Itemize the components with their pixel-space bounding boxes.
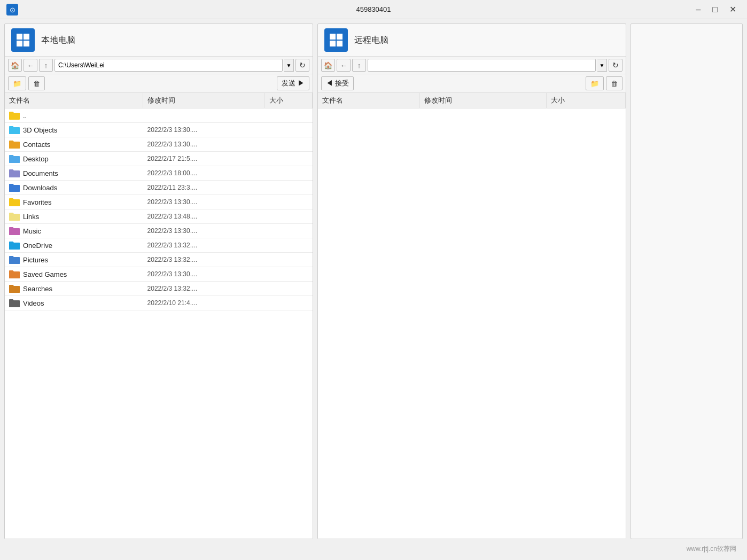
file-modified-cell: 2022/2/3 13:30.... [143, 224, 265, 238]
remote-new-folder-button[interactable]: 📁 [586, 76, 604, 90]
remote-col-modified: 修改时间 [420, 93, 547, 108]
file-size-cell [264, 152, 312, 166]
table-row[interactable]: Downloads 2022/2/11 23:3.... [5, 181, 313, 195]
local-path-input[interactable] [55, 59, 283, 72]
folder-icon [9, 255, 20, 265]
svg-rect-4 [17, 41, 22, 46]
table-row[interactable]: Documents 2022/2/3 18:00.... [5, 166, 313, 181]
svg-rect-7 [337, 34, 343, 40]
remote-path-input[interactable] [368, 59, 596, 72]
table-row[interactable]: Saved Games 2022/2/3 13:30.... [5, 267, 313, 282]
table-row[interactable]: Favorites 2022/2/3 13:30.... [5, 195, 313, 209]
local-path-dropdown[interactable]: ▼ [284, 59, 294, 72]
file-name-cell: Documents [5, 166, 143, 181]
svg-rect-5 [24, 41, 29, 46]
folder-icon [9, 139, 20, 149]
remote-up-button[interactable]: ↑ [352, 59, 366, 72]
table-row[interactable]: 3D Objects 2022/2/3 13:30.... [5, 123, 313, 137]
table-row[interactable]: Links 2022/2/3 13:48.... [5, 209, 313, 224]
file-name: Links [23, 213, 39, 221]
local-windows-icon [11, 28, 35, 52]
file-name-cell: OneDrive [5, 238, 143, 253]
table-row[interactable]: Pictures 2022/2/3 13:32.... [5, 253, 313, 267]
file-size-cell [264, 137, 312, 152]
minimize-button[interactable]: – [691, 4, 705, 15]
file-modified-cell: 2022/2/11 23:3.... [143, 181, 265, 195]
folder-icon [9, 111, 20, 120]
local-panel: 本地电脑 🏠 ← ↑ ▼ ↻ 📁 🗑 发送 ▶ [4, 24, 313, 539]
file-name: Pictures [23, 256, 48, 264]
local-action-bar: 📁 🗑 发送 ▶ [5, 74, 313, 93]
svg-text:⊙: ⊙ [10, 6, 15, 14]
folder-icon [9, 212, 20, 221]
remote-home-button[interactable]: 🏠 [321, 59, 335, 72]
file-name-cell: Favorites [5, 195, 143, 209]
local-col-size: 大小 [264, 93, 312, 108]
remote-col-name: 文件名 [318, 93, 420, 108]
file-name: Documents [23, 169, 58, 177]
remote-delete-button[interactable]: 🗑 [606, 76, 622, 90]
file-size-cell [264, 181, 312, 195]
local-new-folder-button[interactable]: 📁 [8, 76, 26, 90]
file-name: Contacts [23, 141, 50, 149]
folder-icon [9, 269, 20, 279]
file-name-cell: Desktop [5, 152, 143, 166]
table-row[interactable]: Contacts 2022/2/3 13:30.... [5, 137, 313, 152]
remote-file-table: 文件名 修改时间 大小 [318, 93, 626, 539]
table-row[interactable]: Searches 2022/2/3 13:32.... [5, 282, 313, 296]
file-size-cell [264, 296, 312, 310]
folder-icon [9, 125, 20, 135]
remote-refresh-button[interactable]: ↻ [609, 59, 622, 72]
remote-back-button[interactable]: ← [337, 59, 351, 72]
local-delete-button[interactable]: 🗑 [28, 76, 45, 90]
file-name: Downloads [23, 184, 57, 192]
table-row[interactable]: OneDrive 2022/2/3 13:32.... [5, 238, 313, 253]
file-name-cell: Saved Games [5, 267, 143, 282]
svg-rect-8 [330, 41, 336, 46]
file-name-cell: Downloads [5, 181, 143, 195]
local-file-table: 文件名 修改时间 大小 .. [5, 93, 313, 539]
title-bar: ⊙ 459830401 – □ ✕ [0, 0, 747, 19]
app-icon: ⊙ [6, 4, 18, 15]
side-panel [631, 24, 743, 539]
local-back-button[interactable]: ← [24, 59, 37, 72]
file-name: Searches [23, 285, 52, 293]
local-table-header: 文件名 修改时间 大小 [5, 93, 313, 108]
folder-icon [9, 298, 20, 308]
local-home-button[interactable]: 🏠 [8, 59, 22, 72]
svg-rect-3 [24, 34, 29, 40]
file-size-cell [264, 253, 312, 267]
file-name: Favorites [23, 198, 51, 206]
file-modified-cell: 2022/2/3 13:32.... [143, 282, 265, 296]
file-modified-cell: 2022/2/3 13:30.... [143, 137, 265, 152]
remote-receive-button[interactable]: ◀ 接受 [321, 76, 354, 90]
file-name: .. [23, 112, 27, 120]
file-modified-cell: 2022/2/3 13:32.... [143, 253, 265, 267]
file-name-cell: Music [5, 224, 143, 238]
local-panel-title: 本地电脑 [41, 35, 75, 46]
local-refresh-button[interactable]: ↻ [295, 59, 309, 72]
remote-table-header: 文件名 修改时间 大小 [318, 93, 626, 108]
remote-path-dropdown[interactable]: ▼ [597, 59, 607, 72]
table-row[interactable]: Desktop 2022/2/17 21:5.... [5, 152, 313, 166]
file-name: OneDrive [23, 242, 52, 250]
file-size-cell [264, 267, 312, 282]
file-size-cell [264, 195, 312, 209]
local-up-button[interactable]: ↑ [39, 59, 53, 72]
folder-icon [9, 284, 20, 293]
close-button[interactable]: ✕ [725, 4, 741, 15]
folder-icon [9, 168, 20, 178]
file-modified-cell: 2022/2/3 13:30.... [143, 123, 265, 137]
file-modified-cell: 2022/2/3 13:48.... [143, 209, 265, 224]
remote-panel-header: 远程电脑 [318, 24, 626, 57]
table-row[interactable]: Videos 2022/2/10 21:4.... [5, 296, 313, 310]
table-row[interactable]: Music 2022/2/3 13:30.... [5, 224, 313, 238]
maximize-button[interactable]: □ [708, 4, 722, 15]
local-send-button[interactable]: 发送 ▶ [277, 76, 309, 90]
file-name-cell: Pictures [5, 253, 143, 267]
file-size-cell [264, 282, 312, 296]
table-row[interactable]: .. [5, 108, 313, 123]
remote-panel: 远程电脑 🏠 ← ↑ ▼ ↻ ◀ 接受 📁 🗑 [317, 24, 626, 539]
file-size-cell [264, 108, 312, 123]
file-name-cell: Links [5, 209, 143, 224]
